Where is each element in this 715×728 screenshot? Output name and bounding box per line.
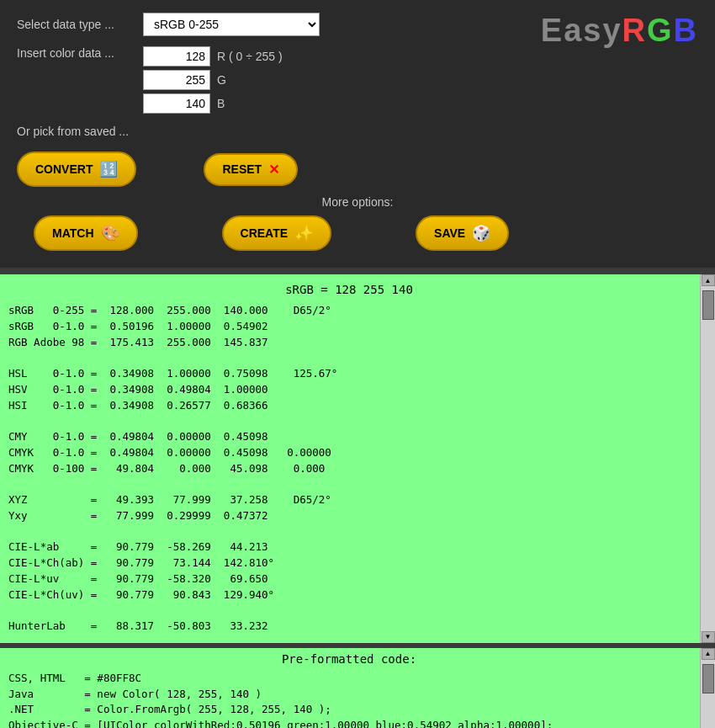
color-data-block: sRGB = 128 255 140 sRGB 0-255 = 128.000 … — [0, 274, 715, 643]
scroll-up-arrow[interactable]: ▲ — [702, 274, 715, 286]
save-button[interactable]: SAVE 🎲 — [416, 215, 509, 251]
preformat-scroll-track — [702, 660, 714, 728]
b-label: B — [217, 97, 225, 110]
save-label: SAVE — [434, 226, 465, 240]
b-input-row: B — [143, 93, 283, 114]
insert-label: Insert color data ... — [17, 46, 143, 60]
g-input-row: G — [143, 70, 283, 90]
section-divider — [0, 268, 715, 274]
color-inputs: R ( 0 ÷ 255 ) G B — [143, 46, 283, 114]
preformat-scroll-thumb[interactable] — [702, 664, 714, 693]
color-data-row: Insert color data ... R ( 0 ÷ 255 ) G B — [17, 46, 698, 114]
reset-button[interactable]: RESET ✕ — [204, 153, 298, 186]
match-icon: 🎨 — [101, 224, 119, 242]
convert-label: CONVERT — [35, 162, 93, 176]
r-hint: R ( 0 ÷ 255 ) — [217, 50, 283, 63]
preformat-content: CSS, HTML = #80FF8C Java = new Color( 12… — [8, 671, 690, 728]
r-input-row: R ( 0 ÷ 255 ) — [143, 46, 283, 66]
logo-b: B — [674, 13, 698, 48]
convert-reset-row: CONVERT 🔢 RESET ✕ — [17, 151, 698, 187]
reset-label: RESET — [222, 162, 262, 176]
save-icon: 🎲 — [472, 224, 490, 242]
preformat-block: Pre-formatted code: CSS, HTML = #80FF8C … — [0, 648, 715, 728]
create-icon: ✨ — [294, 224, 313, 242]
pick-row: Or pick from saved ... — [17, 124, 698, 139]
results-scrollbar[interactable]: ▲ ▼ — [700, 274, 715, 643]
logo-r: R — [622, 13, 647, 48]
preformat-scroll-up[interactable]: ▲ — [702, 648, 715, 660]
more-options-label: More options: — [17, 195, 698, 209]
logo: EasyRGB — [541, 13, 698, 49]
data-type-select[interactable]: sRGB 0-255sRGB 0-1.0HSL 0-1.0HSV 0-1.0CM… — [143, 13, 320, 36]
b-input[interactable] — [143, 93, 210, 114]
results-section: sRGB = 128 255 140 sRGB 0-255 = 128.000 … — [0, 274, 715, 728]
reset-icon: ✕ — [268, 162, 279, 178]
scroll-track — [702, 286, 714, 631]
match-button[interactable]: MATCH 🎨 — [34, 215, 138, 251]
convert-button[interactable]: CONVERT 🔢 — [17, 151, 136, 187]
pick-label: Or pick from saved ... — [17, 125, 129, 138]
g-input[interactable] — [143, 70, 210, 90]
logo-easy: Easy — [541, 13, 622, 48]
scroll-down-arrow[interactable]: ▼ — [702, 631, 715, 643]
convert-icon: 🔢 — [99, 160, 118, 178]
g-label: G — [217, 73, 226, 87]
results-header: sRGB = 128 255 140 — [8, 283, 690, 296]
r-input[interactable] — [143, 46, 210, 66]
options-btn-row: MATCH 🎨 CREATE ✨ SAVE 🎲 — [17, 215, 698, 251]
create-label: CREATE — [241, 226, 289, 240]
preformat-header: Pre-formatted code: — [8, 652, 690, 666]
color-data-content: sRGB 0-255 = 128.000 255.000 140.000 D65… — [8, 303, 690, 635]
scroll-thumb[interactable] — [702, 290, 714, 320]
preformat-scrollbar[interactable]: ▲ ▼ — [700, 648, 715, 728]
match-label: MATCH — [52, 226, 94, 240]
create-button[interactable]: CREATE ✨ — [222, 215, 332, 251]
select-label: Select data type ... — [17, 18, 143, 31]
top-panel: EasyRGB Select data type ... sRGB 0-255s… — [0, 0, 715, 268]
logo-g: G — [647, 13, 674, 48]
